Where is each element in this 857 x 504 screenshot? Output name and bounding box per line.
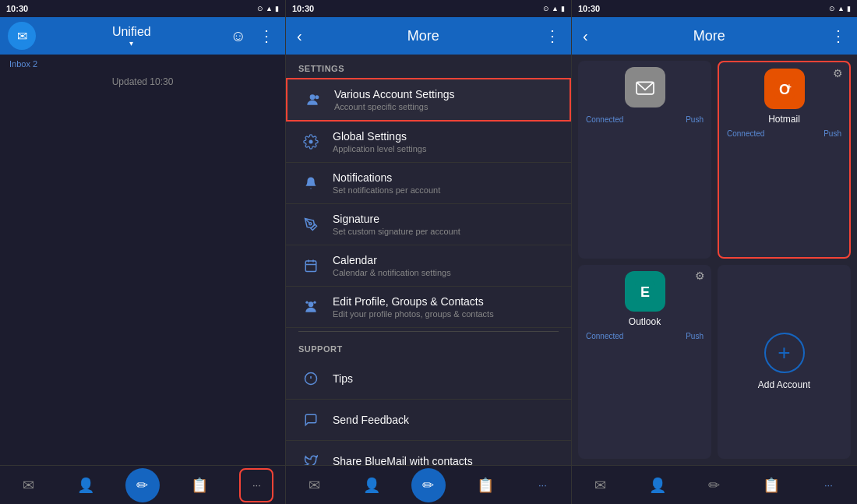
nav-more-left[interactable]: ···	[239, 468, 273, 502]
app-icon-symbol: ✉	[17, 29, 27, 44]
nav-contacts-right[interactable]: 👤	[640, 468, 675, 502]
battery-icon-mid: ▮	[561, 5, 565, 12]
status-icons-right: ⊙ ▲ ▮	[829, 5, 851, 12]
nav-inbox-mid[interactable]: ✉	[298, 468, 332, 502]
svg-rect-4	[305, 261, 316, 272]
menu-item-notifications[interactable]: Notifications Set notifications per acco…	[286, 163, 571, 204]
signature-text: Signature Set custom signature per accou…	[333, 213, 460, 236]
menu-item-tips[interactable]: Tips	[286, 358, 571, 400]
nav-inbox-right[interactable]: ✉	[584, 468, 618, 502]
nav-calendar-right[interactable]: 📋	[754, 468, 788, 502]
more-title-right: More	[598, 28, 821, 44]
nav-more-right[interactable]: ···	[811, 468, 845, 502]
share-bluemail-icon	[298, 449, 323, 465]
signature-subtitle: Set custom signature per account	[333, 227, 460, 236]
global-settings-title: Global Settings	[333, 130, 426, 143]
overflow-menu-icon[interactable]: ⋮	[256, 23, 277, 48]
calendar-title: Calendar	[333, 254, 451, 266]
svg-point-8	[309, 301, 314, 307]
add-account-plus-icon: +	[764, 333, 805, 373]
hotmail-icon: O +	[764, 69, 805, 109]
calendar-text: Calendar Calendar & notification setting…	[333, 254, 451, 277]
send-feedback-icon	[298, 407, 323, 432]
nav-calendar-left[interactable]: 📋	[182, 468, 217, 502]
nav-calendar-mid[interactable]: 📋	[468, 468, 503, 502]
svg-text:+: +	[787, 83, 792, 91]
top-bar-right: ‹ More ⋮	[572, 17, 857, 55]
updated-label: Updated 10:30	[0, 72, 285, 92]
more-title-mid: More	[312, 28, 535, 44]
inbox-badge: Inbox 2	[9, 59, 37, 69]
smiley-icon[interactable]: ☺	[227, 24, 249, 48]
right-panel: 10:30 ⊙ ▲ ▮ ‹ More ⋮ Connected Push	[572, 0, 857, 504]
signal-icon-mid: ▲	[552, 5, 559, 12]
menu-item-share-bluemail[interactable]: Share BlueMail with contacts	[286, 441, 571, 465]
hotmail-gear-icon[interactable]: ⚙	[833, 67, 843, 79]
various-account-icon	[300, 87, 325, 112]
notifications-icon	[298, 171, 323, 196]
unified-title-area[interactable]: Unified ▾	[42, 25, 221, 48]
signature-title: Signature	[333, 213, 460, 225]
wifi-icon-right: ⊙	[829, 5, 835, 12]
inbox-badge-area: Inbox 2	[0, 55, 285, 72]
bottom-nav-right: ✉ 👤 ✏ 📋 ···	[572, 465, 857, 504]
hotmail-name: Hotmail	[768, 114, 800, 125]
menu-item-global-settings[interactable]: Global Settings Application level settin…	[286, 122, 571, 163]
overflow-menu-icon-right[interactable]: ⋮	[827, 23, 849, 48]
wifi-icon-mid: ⊙	[543, 5, 549, 12]
nav-compose-mid[interactable]: ✏	[411, 468, 446, 502]
various-account-title: Various Account Settings	[334, 88, 455, 100]
hotmail-status-row: Connected Push	[724, 129, 845, 138]
generic-mail-icon	[625, 67, 665, 107]
status-icons-mid: ⊙ ▲ ▮	[543, 5, 565, 12]
svg-point-2	[309, 140, 313, 144]
svg-point-0	[310, 94, 316, 100]
outlook-gear-icon[interactable]: ⚙	[695, 270, 705, 282]
menu-item-send-feedback[interactable]: Send Feedback	[286, 400, 571, 441]
back-icon-right[interactable]: ‹	[580, 24, 591, 48]
overflow-menu-icon-mid[interactable]: ⋮	[541, 23, 563, 48]
time-mid: 10:30	[292, 4, 314, 13]
tips-icon	[298, 366, 323, 391]
svg-point-9	[313, 301, 316, 304]
time-right: 10:30	[578, 4, 600, 13]
status-bar-right: 10:30 ⊙ ▲ ▮	[572, 0, 857, 17]
add-account-card[interactable]: + Add Account	[718, 265, 851, 460]
nav-more-mid[interactable]: ···	[525, 468, 559, 502]
hotmail-push: Push	[823, 129, 841, 138]
account-card-hotmail[interactable]: ⚙ O + Hotmail Connected Push	[718, 61, 851, 259]
nav-contacts-mid[interactable]: 👤	[354, 468, 389, 502]
more-content-mid: SETTINGS Various Account Settings Accoun…	[286, 55, 571, 465]
battery-icon: ▮	[275, 5, 279, 12]
nav-inbox-left[interactable]: ✉	[12, 468, 46, 502]
nav-compose-right[interactable]: ✏	[697, 468, 732, 502]
menu-item-various-account-settings[interactable]: Various Account Settings Account specifi…	[286, 78, 571, 122]
generic-push: Push	[686, 115, 704, 124]
outlook-name: Outlook	[629, 316, 661, 327]
calendar-icon	[298, 253, 323, 278]
calendar-subtitle: Calendar & notification settings	[333, 268, 451, 277]
back-icon-mid[interactable]: ‹	[294, 24, 305, 48]
left-panel: 10:30 ⊙ ▲ ▮ ✉ Unified ▾ ☺ ⋮ Inbox 2 Upda…	[0, 0, 286, 504]
notifications-text: Notifications Set notifications per acco…	[333, 171, 440, 195]
send-feedback-text: Send Feedback	[333, 414, 409, 426]
nav-compose-left[interactable]: ✏	[125, 468, 160, 502]
account-card-outlook[interactable]: ⚙ E Outlook Connected Push	[578, 265, 711, 460]
tips-title: Tips	[333, 372, 353, 385]
account-card-generic[interactable]: Connected Push	[578, 61, 711, 259]
menu-item-calendar[interactable]: Calendar Calendar & notification setting…	[286, 245, 571, 287]
menu-item-edit-profile[interactable]: Edit Profile, Groups & Contacts Edit you…	[286, 287, 571, 328]
edit-profile-icon	[298, 294, 323, 319]
notifications-title: Notifications	[333, 171, 440, 184]
share-bluemail-text: Share BlueMail with contacts	[333, 455, 473, 465]
edit-profile-subtitle: Edit your profile photos, groups & conta…	[333, 309, 494, 319]
nav-contacts-left[interactable]: 👤	[69, 468, 103, 502]
left-content-area	[0, 92, 285, 465]
app-icon[interactable]: ✉	[8, 22, 36, 50]
unified-title: Unified	[112, 25, 151, 39]
bottom-nav-left: ✉ 👤 ✏ 📋 ···	[0, 465, 285, 504]
mid-panel: 10:30 ⊙ ▲ ▮ ‹ More ⋮ SETTINGS Various A	[286, 0, 572, 504]
menu-item-signature[interactable]: Signature Set custom signature per accou…	[286, 204, 571, 245]
top-bar-left: ✉ Unified ▾ ☺ ⋮	[0, 17, 285, 55]
chevron-down-icon: ▾	[129, 39, 133, 48]
